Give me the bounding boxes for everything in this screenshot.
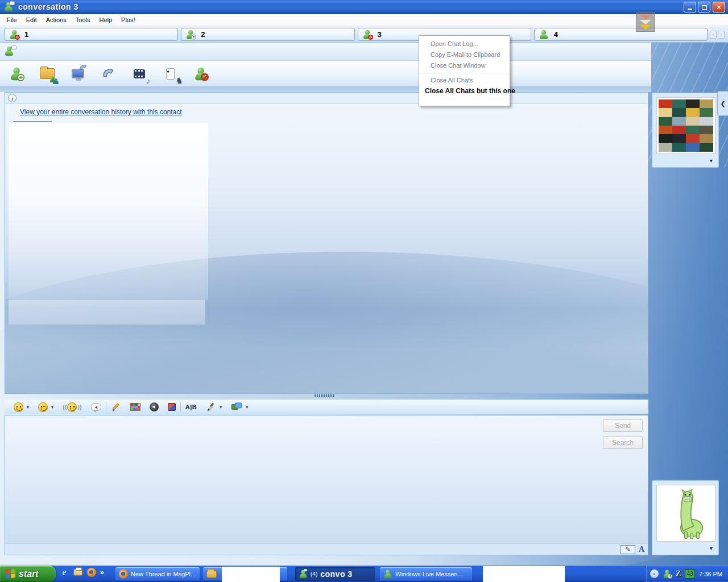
voice-clip-button[interactable]: ◄ — [86, 403, 106, 411]
grid-cell — [700, 126, 713, 134]
block-contact-button[interactable] — [191, 64, 210, 84]
messenger-tray-icon[interactable] — [663, 569, 671, 577]
media-message-button[interactable]: ♪ — [130, 64, 149, 84]
wink-picker-button[interactable]: ▾ — [34, 402, 58, 412]
tab-label: 3 — [378, 30, 382, 39]
pane-splitter-handle[interactable] — [315, 394, 334, 397]
chevron-down-icon: ▾ — [220, 405, 222, 410]
games-button[interactable]: ♠ ♞ — [160, 64, 180, 84]
tab-label: 1 — [24, 30, 28, 39]
green-llama-icon — [661, 487, 710, 539]
speaker-icon — [150, 402, 159, 411]
messenger-buddy-icon — [299, 570, 307, 578]
ink-pen-icon — [111, 402, 121, 412]
close-button[interactable]: × — [713, 2, 725, 13]
contact-display-picture[interactable] — [656, 97, 715, 154]
restore-button[interactable] — [698, 2, 710, 13]
tab-label: 2 — [201, 30, 205, 39]
conversation-history-pane[interactable]: i View your entire conversation history … — [5, 92, 648, 394]
menu-item-close-all-chats[interactable]: Close All Chats — [419, 75, 510, 86]
redacted-chat-content — [9, 123, 208, 300]
handwriting-mode-button[interactable]: ✎ — [621, 545, 635, 554]
info-bar: i — [5, 93, 648, 104]
tab-conversation-1[interactable]: 1 — [5, 28, 178, 41]
video-call-button[interactable] — [68, 64, 88, 84]
grid-cell — [659, 143, 672, 152]
conversation-history-link[interactable]: View your entire conversation history wi… — [20, 108, 182, 116]
emoticon-picker-button[interactable]: ▾ — [9, 402, 34, 412]
background-picker-button[interactable]: ▾ — [226, 402, 253, 411]
winks-pack-button[interactable] — [163, 403, 180, 411]
voice-call-button[interactable] — [99, 64, 118, 84]
handwriting-ink-button[interactable] — [106, 402, 126, 412]
tray-clock: 7:36 PM — [699, 571, 722, 577]
quick-launch-bar: e » — [59, 567, 104, 577]
menu-item-close-all-but-this[interactable]: Close All Chats but this one — [419, 86, 510, 97]
chess-knight-icon: ♞ — [176, 76, 183, 86]
brush-button[interactable]: ▾ — [201, 402, 226, 412]
tab-label: 4 — [554, 30, 558, 39]
text-mode-button[interactable]: A — [639, 545, 644, 554]
grid-cell — [659, 99, 672, 108]
search-button[interactable]: Search — [603, 436, 643, 449]
tab-conversation-4[interactable]: 4 — [534, 28, 708, 41]
font-format-button[interactable]: A|B — [181, 404, 201, 410]
tray-collapse-chevron[interactable]: ‹ — [650, 569, 659, 578]
firefox-icon[interactable] — [86, 567, 97, 577]
picture-options-arrow[interactable]: ▾ — [710, 157, 713, 164]
taskbar-button-convo3[interactable]: (4) convo 3 — [295, 567, 375, 581]
menu-item-open-chat-log[interactable]: Open Chat Log... — [419, 39, 510, 49]
add-contact-icon: + — [10, 67, 23, 80]
shared-folders-button[interactable] — [38, 64, 57, 84]
chevron-down-icon: ▾ — [51, 405, 53, 410]
redacted-box — [222, 567, 280, 582]
tab-scroll-left[interactable]: ‹ — [710, 31, 717, 39]
send-button[interactable]: Send — [603, 419, 643, 432]
redacted-name-line — [13, 121, 52, 122]
menu-help[interactable]: Help — [94, 15, 117, 25]
zonealarm-icon[interactable]: Z — [676, 569, 681, 579]
grid-cell — [672, 143, 686, 152]
menu-plus[interactable]: Plus! — [117, 15, 139, 25]
grid-cell — [700, 143, 713, 152]
menu-bar: File Edit Actions Tools Help Plus! — [0, 14, 728, 26]
side-panel-collapse-button[interactable]: ❮ — [717, 91, 728, 116]
color-scheme-button[interactable] — [126, 403, 145, 411]
tab-scroll-right[interactable]: › — [718, 31, 725, 39]
printer-icon[interactable] — [73, 567, 83, 577]
menu-actions[interactable]: Actions — [42, 15, 71, 25]
chevron-down-icon: ▾ — [246, 405, 248, 410]
menu-file[interactable]: File — [2, 15, 22, 25]
nudge-button[interactable]: (( )) — [58, 402, 86, 412]
quick-launch-overflow[interactable]: » — [100, 568, 104, 576]
menu-item-close-chat-window[interactable]: Close Chat Window — [419, 60, 510, 71]
start-button[interactable]: start — [0, 566, 56, 582]
add-contact-button[interactable]: + — [7, 64, 26, 84]
taskbar-button-messenger[interactable]: Windows Live Messen... — [380, 567, 472, 581]
conversation-tab-bar: 1 2 3 4 ‹ › — [0, 26, 728, 43]
taskbar-button-firefox[interactable]: New Thread in MsgPl... — [115, 567, 200, 581]
redacted-box — [483, 566, 565, 582]
picture-options-arrow[interactable]: ▾ — [710, 545, 713, 551]
color-grid-icon — [130, 403, 140, 411]
plus-chevrons-icon[interactable] — [636, 13, 655, 32]
menu-item-copy-email[interactable]: Copy E-Mail to Clipboard — [419, 49, 510, 60]
status-away-icon — [186, 30, 195, 39]
grid-cell — [659, 108, 672, 117]
message-input-area[interactable]: Send Search ✎ A — [5, 415, 648, 555]
film-strip-icon — [134, 69, 145, 78]
grid-cell — [672, 126, 686, 134]
voice-clip-icon: ◄ — [91, 403, 101, 411]
minimize-button[interactable] — [684, 2, 696, 13]
contact-buddy-icon — [5, 47, 14, 56]
menu-tools[interactable]: Tools — [71, 15, 95, 25]
temperature-badge[interactable]: 43 — [685, 569, 695, 579]
my-display-picture-panel: ▾ — [652, 480, 719, 555]
nudge-left-arcs: (( — [63, 404, 67, 410]
tab-conversation-2[interactable]: 2 — [181, 28, 354, 41]
my-display-picture[interactable] — [656, 485, 715, 542]
titlebar[interactable]: conversation 3 × — [0, 0, 728, 14]
internet-explorer-icon[interactable]: e — [59, 567, 69, 577]
sound-clip-button[interactable] — [145, 402, 163, 411]
menu-edit[interactable]: Edit — [22, 15, 42, 25]
